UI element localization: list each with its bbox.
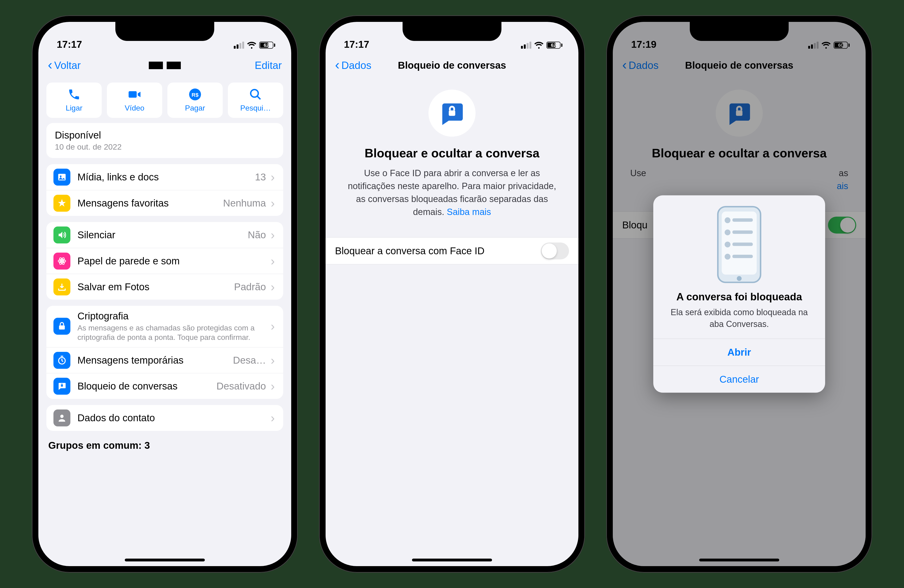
page-title: Bloqueio de conversas xyxy=(398,60,506,71)
battery-icon: 62 xyxy=(547,42,563,49)
row-label: Bloquear a conversa com Face ID xyxy=(335,245,485,257)
row-label: Mensagens favoritas xyxy=(77,197,220,209)
row-subtitle: As mensagens e as chamadas são protegida… xyxy=(77,323,266,342)
search-button[interactable]: Pesqui… xyxy=(228,82,283,118)
status-time: 17:17 xyxy=(57,39,82,50)
battery-icon: 60 xyxy=(834,42,850,49)
row-label: Dados do contato xyxy=(77,412,266,424)
back-label: Dados xyxy=(629,60,659,71)
svg-rect-12 xyxy=(61,385,63,386)
search-icon xyxy=(249,88,262,101)
locked-confirmation-dialog: A conversa foi bloqueada Ela será exibid… xyxy=(653,195,825,393)
action-buttons-row: Ligar Vídeo R$ Pagar Pesqui… xyxy=(46,82,283,118)
back-label: Voltar xyxy=(54,60,81,71)
wifi-icon xyxy=(247,40,257,50)
back-button[interactable]: ‹Dados xyxy=(622,60,659,71)
status-text: Disponível xyxy=(55,129,275,141)
row-wallpaper[interactable]: Papel de parede e som › xyxy=(46,248,283,274)
svg-text:R$: R$ xyxy=(192,92,199,98)
chevron-right-icon: › xyxy=(271,254,275,268)
notch xyxy=(690,21,789,41)
svg-rect-22 xyxy=(732,230,753,234)
row-lock-with-faceid[interactable]: Bloquear a conversa com Face ID xyxy=(326,237,578,264)
svg-point-25 xyxy=(725,254,730,260)
hero-title: Bloquear e ocultar a conversa xyxy=(343,146,561,160)
nav-bar: ‹Dados Bloqueio de conversas xyxy=(326,52,578,78)
chat-lock-hero: Bloquear e ocultar a conversa Useas ais xyxy=(621,78,858,192)
video-label: Vídeo xyxy=(125,104,145,112)
back-label: Dados xyxy=(341,60,371,71)
svg-point-19 xyxy=(725,218,730,223)
row-label: Bloqu xyxy=(622,219,647,231)
wifi-icon xyxy=(821,40,831,50)
back-button[interactable]: ‹Voltar xyxy=(48,60,81,71)
svg-point-2 xyxy=(251,90,258,97)
home-indicator[interactable] xyxy=(125,559,205,561)
svg-rect-15 xyxy=(736,110,743,116)
row-value: Desativado xyxy=(217,381,266,392)
home-indicator[interactable] xyxy=(412,559,492,561)
cellular-signal-icon xyxy=(234,42,244,49)
svg-point-23 xyxy=(725,241,730,247)
row-favourite-messages[interactable]: Mensagens favoritas Nenhuma › xyxy=(46,190,283,216)
row-encryption[interactable]: Criptografia As mensagens e as chamadas … xyxy=(46,306,283,347)
edit-button[interactable]: Editar xyxy=(255,60,282,71)
dialog-body: Ela será exibida como bloqueada na aba C… xyxy=(653,303,825,339)
toggle-faceid-lock[interactable] xyxy=(541,243,569,259)
learn-more-link[interactable]: Saiba mais xyxy=(447,207,491,217)
cellular-signal-icon xyxy=(521,42,531,49)
dialog-cancel-button[interactable]: Cancelar xyxy=(653,366,825,393)
contact-name-redacted xyxy=(149,61,181,69)
speaker-icon xyxy=(54,227,70,243)
row-label: Criptografia xyxy=(77,311,266,322)
video-button[interactable]: Vídeo xyxy=(107,82,162,118)
photo-icon xyxy=(54,169,70,186)
dialog-open-button[interactable]: Abrir xyxy=(653,339,825,366)
chevron-right-icon: › xyxy=(271,353,275,367)
lock-icon xyxy=(54,318,70,335)
row-label: Mídia, links e docs xyxy=(77,172,252,183)
row-value: Padrão xyxy=(234,281,266,293)
status-card[interactable]: Disponível 10 de out. de 2022 xyxy=(46,123,283,158)
phone-chat-lock-settings: 17:17 62 ‹Dados Bloqueio de conversas Bl… xyxy=(319,15,585,573)
row-label: Mensagens temporárias xyxy=(77,355,230,366)
row-disappearing[interactable]: Mensagens temporárias Desa… › xyxy=(46,347,283,373)
chevron-right-icon: › xyxy=(271,228,275,242)
nav-bar: ‹Dados Bloqueio de conversas xyxy=(613,52,866,78)
chat-lock-hero: Bloquear e ocultar a conversa Use o Face… xyxy=(333,78,571,219)
back-button[interactable]: ‹Dados xyxy=(335,60,371,71)
learn-more-fragment: ais xyxy=(630,180,848,192)
page-title: Bloqueio de conversas xyxy=(685,60,793,71)
hero-title: Bloquear e ocultar a conversa xyxy=(630,146,848,160)
chevron-right-icon: › xyxy=(271,170,275,184)
svg-point-6 xyxy=(61,260,63,262)
row-save-photos[interactable]: Salvar em Fotos Padrão › xyxy=(46,274,283,300)
chevron-right-icon: › xyxy=(271,411,275,425)
status-time: 17:19 xyxy=(631,39,656,50)
pay-button[interactable]: R$ Pagar xyxy=(168,82,223,118)
common-groups-header: Grupos em comum: 3 xyxy=(48,440,281,451)
svg-point-5 xyxy=(60,175,62,177)
home-indicator[interactable] xyxy=(699,559,779,561)
phone-contact-info: 17:17 62 ‹Voltar Editar Ligar xyxy=(32,15,298,573)
svg-point-18 xyxy=(737,276,742,281)
chevron-right-icon: › xyxy=(271,280,275,294)
atom-icon xyxy=(54,252,70,270)
row-media[interactable]: Mídia, links e docs 13 › xyxy=(46,164,283,190)
row-value: Desa… xyxy=(233,355,266,366)
phone-chat-lock-confirmed: 17:19 60 ‹Dados Bloqueio de conversas Bl… xyxy=(606,15,872,573)
row-chat-lock[interactable]: Bloqueio de conversas Desativado › xyxy=(46,373,283,399)
contact-icon xyxy=(54,410,70,426)
battery-icon: 62 xyxy=(259,42,275,49)
download-icon xyxy=(54,279,70,295)
row-mute[interactable]: Silenciar Não › xyxy=(46,222,283,248)
row-contact-details[interactable]: Dados do contato › xyxy=(46,405,283,431)
chat-lock-hero-icon xyxy=(716,90,763,137)
hero-body: Use o Face ID para abrir a conversa e le… xyxy=(343,167,561,219)
status-date: 10 de out. de 2022 xyxy=(55,142,275,151)
row-value: Nenhuma xyxy=(223,197,266,209)
call-button[interactable]: Ligar xyxy=(46,82,102,118)
toggle-faceid-lock[interactable] xyxy=(828,217,856,233)
svg-rect-26 xyxy=(732,255,753,258)
hero-body: Useas xyxy=(630,167,848,180)
